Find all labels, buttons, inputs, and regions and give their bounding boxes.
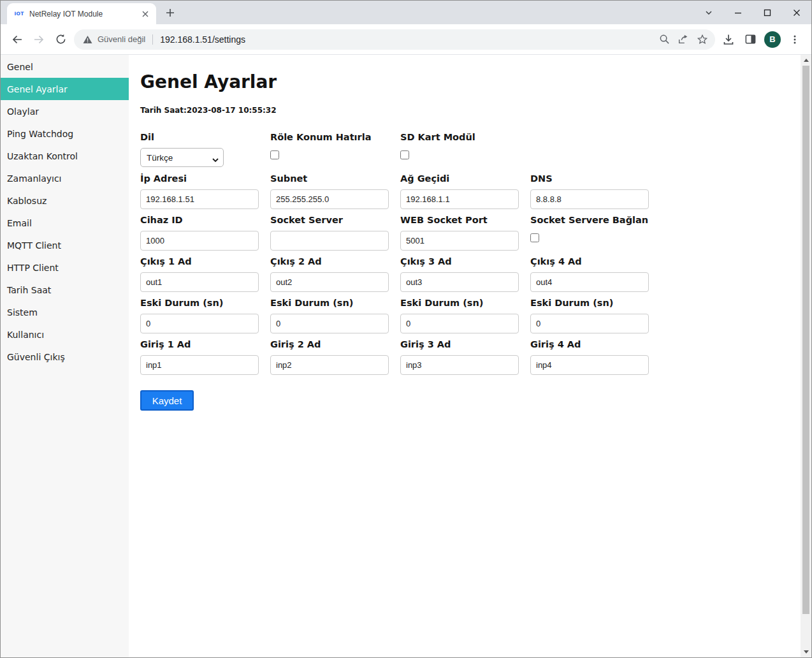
- url-text[interactable]: 192.168.1.51/settings: [160, 34, 245, 45]
- sidebar-item-kablosuz[interactable]: Kablosuz: [1, 189, 129, 212]
- scroll-down-button[interactable]: [801, 647, 811, 657]
- tab-search-chevron-icon[interactable]: [694, 2, 723, 24]
- scroll-up-button[interactable]: [801, 55, 811, 66]
- sidebar-item-guvenli-cikis[interactable]: Güvenli Çıkış: [1, 346, 129, 368]
- security-warning-icon[interactable]: [83, 35, 92, 44]
- favicon-iot-icon: IOT: [13, 8, 25, 20]
- profile-avatar[interactable]: B: [764, 31, 781, 48]
- output-3-name-label: Çıkış 3 Ad: [400, 256, 530, 268]
- sidebar-item-mqtt-client[interactable]: MQTT Client: [1, 234, 129, 256]
- browser-toolbar: Güvenli değil 192.168.1.51/settings B: [1, 24, 811, 55]
- sidebar-item-ping-watchdog[interactable]: Ping Watchdog: [1, 122, 129, 145]
- forward-button[interactable]: [28, 29, 50, 50]
- tab-close-icon[interactable]: [140, 8, 151, 20]
- subnet-input[interactable]: [270, 189, 389, 209]
- output-3-name-input[interactable]: [400, 272, 519, 292]
- subnet-label: Subnet: [270, 173, 400, 186]
- output-1-name-label: Çıkış 1 Ad: [140, 256, 270, 268]
- tab-strip: IOT NetRelay IOT Module: [1, 1, 811, 24]
- sidebar-item-uzaktan-kontrol[interactable]: Uzaktan Kontrol: [1, 145, 129, 167]
- input-2-name-input[interactable]: [270, 355, 389, 375]
- sidebar-item-genel[interactable]: Genel: [1, 55, 129, 78]
- new-tab-button[interactable]: [161, 4, 179, 22]
- output-2-name-label: Çıkış 2 Ad: [270, 256, 400, 268]
- old-state-1-input[interactable]: [140, 314, 259, 333]
- sidebar-item-zamanlayici[interactable]: Zamanlayıcı: [1, 167, 129, 189]
- minimize-button[interactable]: [723, 2, 753, 24]
- settings-form: Dil Türkçe: [140, 132, 801, 411]
- sidebar-item-http-client[interactable]: HTTP Client: [1, 256, 129, 279]
- sidebar-item-email[interactable]: Email: [1, 212, 129, 234]
- input-4-name-input[interactable]: [530, 355, 649, 375]
- security-warning-label[interactable]: Güvenli değil: [98, 34, 145, 44]
- language-label: Dil: [140, 132, 270, 144]
- save-button[interactable]: Kaydet: [140, 390, 194, 411]
- settings-content: Genel Ayarlar Tarih Saat:2023-08-17 10:5…: [129, 55, 801, 657]
- old-state-4-input[interactable]: [530, 314, 649, 333]
- input-1-name-input[interactable]: [140, 355, 259, 375]
- input-2-name-label: Giriş 2 Ad: [270, 339, 400, 351]
- download-icon[interactable]: [718, 29, 739, 50]
- device-id-label: Cihaz ID: [140, 215, 270, 227]
- ip-address-input[interactable]: [140, 189, 259, 209]
- dns-input[interactable]: [530, 189, 649, 209]
- output-4-name-input[interactable]: [530, 272, 649, 292]
- browser-window: IOT NetRelay IOT Module: [0, 0, 812, 658]
- socket-connect-label: Socket Servere Bağlan: [530, 215, 660, 227]
- search-icon[interactable]: [655, 30, 674, 49]
- device-id-input[interactable]: [140, 231, 259, 251]
- datetime-text: Tarih Saat:2023-08-17 10:55:32: [140, 106, 801, 115]
- sidebar-item-tarih-saat[interactable]: Tarih Saat: [1, 279, 129, 301]
- menu-dots-icon[interactable]: [784, 29, 806, 50]
- gateway-label: Ağ Geçidi: [400, 173, 530, 186]
- input-4-name-label: Giriş 4 Ad: [530, 339, 660, 351]
- output-1-name-input[interactable]: [140, 272, 259, 292]
- old-state-1-label: Eski Durum (sn): [140, 298, 270, 310]
- web-socket-port-label: WEB Socket Port: [400, 215, 530, 227]
- old-state-3-input[interactable]: [400, 314, 519, 333]
- reload-button[interactable]: [50, 29, 71, 50]
- gateway-input[interactable]: [400, 189, 519, 209]
- old-state-2-label: Eski Durum (sn): [270, 298, 400, 310]
- language-select[interactable]: Türkçe: [140, 148, 224, 167]
- bookmark-star-icon[interactable]: [693, 30, 712, 49]
- scrollbar-track[interactable]: [801, 66, 811, 647]
- socket-connect-checkbox[interactable]: [530, 233, 539, 242]
- web-socket-port-input[interactable]: [400, 231, 519, 251]
- input-3-name-label: Giriş 3 Ad: [400, 339, 530, 351]
- sd-card-checkbox[interactable]: [400, 150, 409, 159]
- close-button[interactable]: [782, 2, 811, 24]
- browser-tab[interactable]: IOT NetRelay IOT Module: [7, 3, 156, 24]
- sidebar-item-kullanici[interactable]: Kullanıcı: [1, 323, 129, 346]
- sidebar-item-genel-ayarlar[interactable]: Genel Ayarlar: [1, 78, 129, 100]
- old-state-4-label: Eski Durum (sn): [530, 298, 660, 310]
- sidebar-item-sistem[interactable]: Sistem: [1, 301, 129, 323]
- relay-remember-checkbox[interactable]: [270, 150, 279, 159]
- tab-title: NetRelay IOT Module: [29, 10, 140, 18]
- sd-card-label: SD Kart Modül: [400, 132, 530, 144]
- input-1-name-label: Giriş 1 Ad: [140, 339, 270, 351]
- old-state-3-label: Eski Durum (sn): [400, 298, 530, 310]
- ip-address-label: İp Adresi: [140, 173, 270, 186]
- window-controls: [694, 1, 811, 24]
- dns-label: DNS: [530, 173, 660, 186]
- omnibox-divider: [152, 34, 153, 45]
- socket-server-label: Socket Server: [270, 215, 400, 227]
- scrollbar-thumb[interactable]: [802, 66, 809, 614]
- output-4-name-label: Çıkış 4 Ad: [530, 256, 660, 268]
- address-bar[interactable]: Güvenli değil 192.168.1.51/settings: [74, 29, 715, 50]
- old-state-2-input[interactable]: [270, 314, 389, 333]
- page-title: Genel Ayarlar: [140, 71, 801, 92]
- page-scrollbar[interactable]: [801, 55, 811, 657]
- maximize-button[interactable]: [753, 2, 782, 24]
- relay-remember-label: Röle Konum Hatırla: [270, 132, 400, 144]
- input-3-name-input[interactable]: [400, 355, 519, 375]
- page-body: Genel Genel Ayarlar Olaylar Ping Watchdo…: [1, 55, 811, 657]
- side-panel-icon[interactable]: [739, 29, 761, 50]
- share-icon[interactable]: [674, 30, 693, 49]
- sidebar-nav: Genel Genel Ayarlar Olaylar Ping Watchdo…: [1, 55, 129, 657]
- socket-server-input[interactable]: [270, 231, 389, 251]
- output-2-name-input[interactable]: [270, 272, 389, 292]
- sidebar-item-olaylar[interactable]: Olaylar: [1, 100, 129, 122]
- back-button[interactable]: [6, 29, 28, 50]
